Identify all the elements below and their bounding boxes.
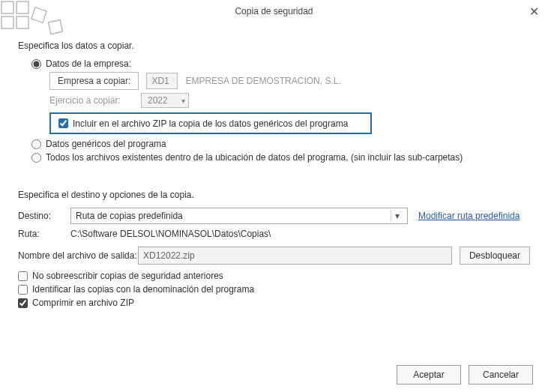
ejercicio-label: Ejercicio a copiar: — [49, 95, 133, 106]
section-destino-header: Especifica el destino y opciones de la c… — [18, 190, 530, 200]
empresa-code-field: XD1 — [146, 73, 178, 89]
chk-identificar-label: Identificar las copias con la denominaci… — [32, 284, 254, 295]
empresa-name-text: EMPRESA DE DEMOSTRACION, S.L. — [185, 76, 340, 86]
ejercicio-select[interactable]: 2022 ▾ — [141, 93, 189, 108]
radio-datos-empresa-label: Datos de la empresa: — [46, 58, 131, 69]
section-copy-header: Especifica los datos a copiar. — [18, 40, 530, 51]
chk-comprimir-zip[interactable]: Comprimir en archivo ZIP — [18, 298, 530, 308]
ruta-value: C:\Software DELSOL\NOMINASOL\Datos\Copia… — [70, 229, 271, 239]
chevron-down-icon: ▾ — [181, 97, 185, 105]
radio-todos-archivos-label: Todos los archivos existentes dentro de … — [46, 152, 463, 163]
radio-todos-archivos[interactable]: Todos los archivos existentes dentro de … — [31, 152, 530, 163]
nombre-archivo-label: Nombre del archivo de salida: — [18, 250, 138, 261]
svg-rect-3 — [16, 16, 28, 28]
chk-identificar[interactable]: Identificar las copias con la denominaci… — [18, 284, 530, 295]
incluir-genericos-label: Incluir en el archivo ZIP la copia de lo… — [73, 118, 348, 129]
ejercicio-value: 2022 — [148, 95, 168, 106]
ruta-label: Ruta: — [18, 229, 70, 239]
destino-label: Destino: — [18, 211, 70, 221]
close-icon[interactable]: ✕ — [529, 4, 539, 19]
destino-value: Ruta de copias predefinida — [76, 211, 183, 221]
nombre-archivo-field: XD12022.zip — [138, 247, 452, 265]
chk-no-sobreescribir[interactable]: No sobreescribir copias de seguridad ant… — [18, 271, 530, 281]
accept-button[interactable]: Aceptar — [397, 365, 461, 385]
modificar-ruta-link[interactable]: Modificar ruta predefinida — [418, 211, 520, 221]
chevron-down-icon: ▾ — [391, 211, 403, 221]
chk-no-sobreescribir-label: No sobreescribir copias de seguridad ant… — [32, 271, 223, 281]
window-title: Copia de seguridad — [235, 6, 313, 16]
radio-datos-empresa[interactable]: Datos de la empresa: — [31, 58, 530, 69]
svg-rect-2 — [1, 16, 13, 28]
cancel-button[interactable]: Cancelar — [469, 365, 533, 385]
desbloquear-button[interactable]: Desbloquear — [460, 247, 530, 265]
chk-comprimir-zip-label: Comprimir en archivo ZIP — [32, 298, 134, 308]
radio-datos-genericos[interactable]: Datos genéricos del programa — [31, 139, 530, 149]
destino-select[interactable]: Ruta de copias predefinida ▾ — [70, 208, 408, 224]
svg-rect-5 — [49, 20, 63, 34]
incluir-genericos-checkbox[interactable]: Incluir en el archivo ZIP la copia de lo… — [49, 112, 372, 134]
radio-datos-genericos-label: Datos genéricos del programa — [46, 139, 166, 149]
empresa-a-copiar-button[interactable]: Empresa a copiar: — [49, 72, 139, 90]
